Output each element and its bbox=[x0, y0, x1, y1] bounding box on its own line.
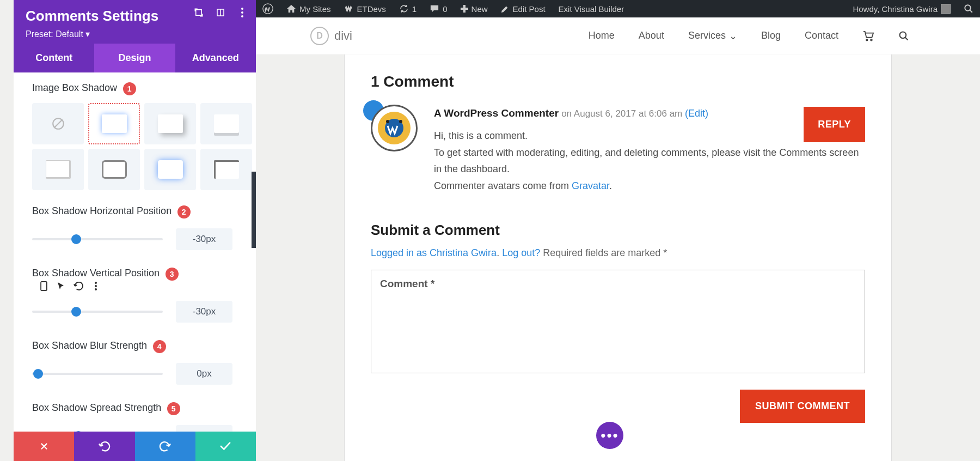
reply-button[interactable]: REPLY bbox=[804, 107, 865, 142]
main-menu: Home About Services ⌄ Blog Contact bbox=[589, 30, 909, 42]
step-badge-5: 5 bbox=[167, 402, 180, 415]
search-icon[interactable] bbox=[957, 4, 980, 14]
site-header: D divi Home About Services ⌄ Blog Contac… bbox=[256, 17, 980, 54]
label-vertical: Box Shadow Vertical Position bbox=[32, 268, 160, 278]
content-area: 1 Comment A WordPress Commenter on Augus… bbox=[344, 54, 892, 461]
menu-blog[interactable]: Blog bbox=[761, 30, 781, 41]
svg-line-20 bbox=[905, 37, 908, 40]
logged-in-link[interactable]: Logged in as Christina Gwira bbox=[371, 247, 497, 258]
step-badge-3: 3 bbox=[166, 268, 179, 281]
kebab-icon[interactable] bbox=[237, 8, 247, 17]
svg-point-15 bbox=[965, 5, 971, 11]
settings-panel: Image Box Shadow 1 Box Shadow Horizontal… bbox=[14, 72, 256, 432]
kebab-icon[interactable] bbox=[91, 281, 101, 291]
page-canvas: 1 Comment A WordPress Commenter on Augus… bbox=[256, 17, 980, 461]
label-horizontal: Box Shadow Horizontal Position bbox=[32, 205, 171, 216]
scrollbar-thumb[interactable] bbox=[252, 172, 256, 248]
tab-design[interactable]: Design bbox=[94, 44, 175, 72]
svg-point-5 bbox=[241, 15, 243, 17]
tab-content[interactable]: Content bbox=[14, 44, 94, 72]
step-badge-2: 2 bbox=[177, 205, 191, 219]
chevron-down-icon: ⌄ bbox=[729, 30, 737, 42]
logout-link[interactable]: Log out? bbox=[502, 247, 540, 258]
svg-point-12 bbox=[263, 4, 273, 14]
settings-tabs: Content Design Advanced bbox=[14, 44, 256, 72]
sidebar-footer bbox=[14, 432, 256, 461]
shadow-preset-3[interactable] bbox=[200, 103, 252, 144]
shadow-preset-5[interactable] bbox=[88, 149, 140, 190]
value-vertical[interactable]: -30px bbox=[176, 301, 232, 323]
shadow-preset-grid bbox=[32, 103, 241, 190]
shadow-preset-7[interactable] bbox=[200, 149, 252, 190]
shadow-preset-4[interactable] bbox=[32, 149, 84, 190]
menu-contact[interactable]: Contact bbox=[805, 30, 838, 41]
preset-selector[interactable]: Preset: Default ▾ bbox=[26, 29, 244, 39]
comment-text: Commenter avatars come from Gravatar. bbox=[434, 178, 865, 195]
svg-point-9 bbox=[95, 282, 97, 284]
label-spread: Box Shadow Spread Strength bbox=[32, 402, 161, 413]
save-button[interactable] bbox=[195, 432, 256, 461]
shadow-none[interactable] bbox=[32, 103, 84, 144]
svg-rect-0 bbox=[196, 10, 202, 16]
step-badge-4: 4 bbox=[153, 340, 166, 353]
site-link[interactable]: ETDevs bbox=[338, 4, 393, 14]
svg-point-10 bbox=[95, 285, 97, 287]
wp-admin-bar: My Sites ETDevs 1 0 New Edit Post Exit V… bbox=[256, 0, 980, 17]
search-icon[interactable] bbox=[898, 31, 909, 41]
slider-horizontal[interactable] bbox=[32, 238, 163, 240]
comment-textarea[interactable] bbox=[371, 270, 865, 373]
cancel-button[interactable] bbox=[14, 432, 74, 461]
value-blur[interactable]: 0px bbox=[176, 363, 232, 385]
menu-about[interactable]: About bbox=[639, 30, 664, 41]
comments-link[interactable]: 0 bbox=[423, 4, 454, 14]
phone-icon[interactable] bbox=[39, 281, 48, 291]
comment-text: Hi, this is a comment. bbox=[434, 128, 865, 144]
menu-home[interactable]: Home bbox=[589, 30, 615, 41]
redo-button[interactable] bbox=[135, 432, 195, 461]
avatar bbox=[371, 105, 418, 151]
exit-vb-link[interactable]: Exit Visual Builder bbox=[552, 4, 631, 14]
howdy-user[interactable]: Howdy, Christina Gwira bbox=[846, 4, 957, 14]
value-spread[interactable]: -28px bbox=[176, 425, 232, 432]
comment-text: To get started with moderating, editing,… bbox=[434, 144, 865, 178]
slider-vertical[interactable] bbox=[32, 311, 163, 313]
new-link[interactable]: New bbox=[454, 4, 494, 14]
settings-sidebar: Comments Settings Preset: Default ▾ Cont… bbox=[14, 0, 256, 461]
undo-button[interactable] bbox=[74, 432, 134, 461]
value-horizontal[interactable]: -30px bbox=[176, 228, 232, 250]
builder-fab[interactable]: ••• bbox=[596, 422, 623, 449]
avatar-wrap bbox=[371, 105, 420, 154]
logged-in-text: Logged in as Christina Gwira. Log out? R… bbox=[371, 247, 865, 259]
expand-icon[interactable] bbox=[194, 8, 204, 17]
shadow-preset-1[interactable] bbox=[88, 103, 140, 144]
submit-comment-button[interactable]: SUBMIT COMMENT bbox=[740, 390, 865, 423]
slider-blur[interactable] bbox=[32, 373, 163, 375]
comment-item: A WordPress Commenter on August 6, 2017 … bbox=[371, 105, 865, 195]
site-logo[interactable]: D divi bbox=[310, 27, 352, 45]
avatar bbox=[941, 4, 951, 14]
edit-post-link[interactable]: Edit Post bbox=[494, 4, 552, 14]
shadow-preset-6[interactable] bbox=[144, 149, 196, 190]
comment-meta: on August 6, 2017 at 6:06 am bbox=[561, 108, 685, 119]
menu-services[interactable]: Services ⌄ bbox=[688, 30, 737, 42]
cursor-icon[interactable] bbox=[56, 281, 66, 291]
svg-point-19 bbox=[900, 32, 906, 38]
svg-line-16 bbox=[970, 10, 972, 13]
svg-point-3 bbox=[241, 8, 243, 10]
edit-comment-link[interactable]: (Edit) bbox=[685, 108, 708, 119]
updates-link[interactable]: 1 bbox=[393, 4, 423, 14]
svg-point-4 bbox=[241, 11, 243, 14]
cart-icon[interactable] bbox=[862, 31, 874, 41]
chevron-down-icon: ▾ bbox=[85, 29, 90, 39]
tab-advanced[interactable]: Advanced bbox=[175, 44, 256, 72]
logo-icon: D bbox=[310, 27, 329, 45]
columns-icon[interactable] bbox=[216, 8, 225, 17]
step-badge-1: 1 bbox=[123, 82, 136, 95]
comment-author[interactable]: A WordPress Commenter bbox=[434, 107, 559, 119]
submit-comment-heading: Submit a Comment bbox=[371, 222, 865, 239]
shadow-preset-2[interactable] bbox=[144, 103, 196, 144]
gravatar-link[interactable]: Gravatar bbox=[572, 180, 609, 191]
my-sites-link[interactable]: My Sites bbox=[280, 4, 338, 14]
wp-logo-icon[interactable] bbox=[256, 3, 280, 14]
undo-icon[interactable] bbox=[74, 281, 83, 291]
